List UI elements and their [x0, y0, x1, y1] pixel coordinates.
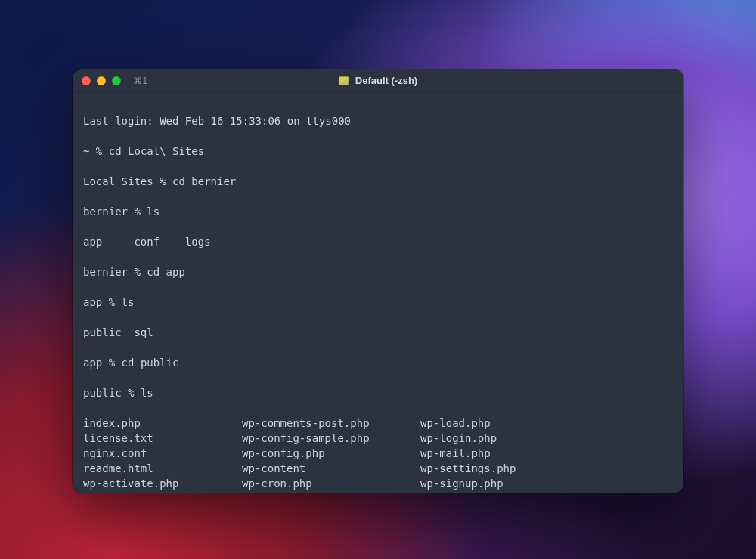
prompt-line: Local Sites % cd bernier [83, 174, 673, 189]
ls-output: app conf logs [83, 234, 673, 249]
ls-item: wp-load.php [420, 415, 673, 431]
ls-item: wp-config-sample.php [242, 431, 420, 446]
prompt-line: ~ % cd Local\ Sites [83, 144, 673, 159]
terminal-window: ⌘1 Default (-zsh) Last login: Wed Feb 16… [73, 69, 683, 493]
prompt-line: bernier % cd app [83, 264, 673, 280]
ls-item: wp-signup.php [420, 476, 673, 491]
ls-item: wp-comments-post.php [242, 415, 420, 431]
prompt-line: app % cd public [83, 355, 673, 370]
ls-item: wp-admin [83, 491, 242, 493]
ls-item: wp-config.php [242, 446, 420, 461]
titlebar[interactable]: ⌘1 Default (-zsh) [73, 69, 683, 92]
ls-item: wp-trackback.php [420, 491, 673, 493]
ls-output: public sql [83, 325, 673, 340]
ls-item: wp-activate.php [83, 476, 242, 491]
last-login-line: Last login: Wed Feb 16 15:33:06 on ttys0… [83, 113, 673, 128]
prompt-line: bernier % ls [83, 204, 673, 219]
window-title: Default (-zsh) [339, 75, 417, 86]
tab-shortcut-label: ⌘1 [133, 76, 148, 86]
ls-item: nginx.conf [83, 446, 242, 461]
maximize-icon[interactable] [112, 76, 121, 85]
prompt-line: public % ls [83, 385, 673, 400]
traffic-lights [82, 76, 121, 85]
ls-item: wp-includes [242, 491, 420, 493]
ls-item: wp-login.php [420, 431, 673, 446]
ls-item: wp-cron.php [242, 476, 420, 491]
ls-item: wp-content [242, 461, 420, 476]
ls-item: license.txt [83, 431, 242, 446]
prompt-line: app % ls [83, 295, 673, 310]
terminal-output[interactable]: Last login: Wed Feb 16 15:33:06 on ttys0… [73, 92, 683, 493]
close-icon[interactable] [82, 76, 91, 85]
ls-item: index.php [83, 415, 242, 431]
ls-item: wp-settings.php [420, 461, 673, 476]
ls-output-grid: index.phpwp-comments-post.phpwp-load.php… [83, 415, 673, 493]
ls-item: readme.html [83, 461, 242, 476]
profile-icon [339, 76, 349, 85]
window-title-text: Default (-zsh) [355, 75, 417, 86]
ls-item: wp-mail.php [420, 446, 673, 461]
minimize-icon[interactable] [97, 76, 106, 85]
